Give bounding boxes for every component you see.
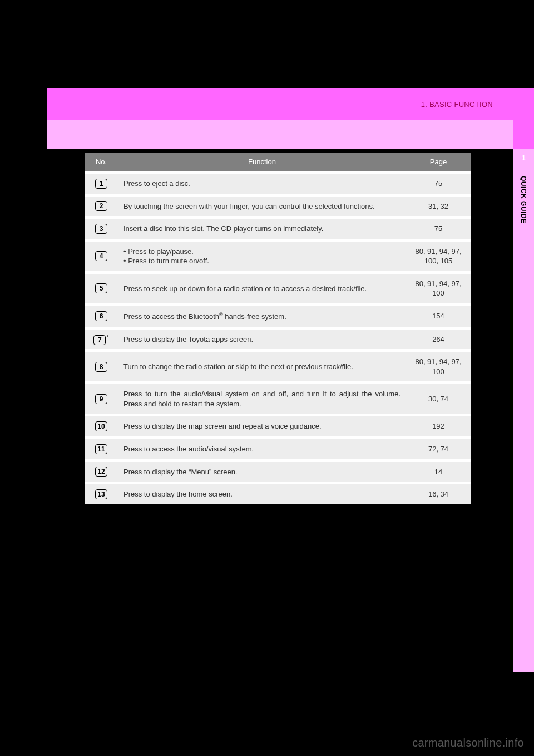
row-number-cell: 12 (85, 460, 118, 483)
row-function-cell: Press to access the Bluetooth® hands-fre… (118, 305, 406, 328)
function-text: hands-free system. (223, 312, 286, 321)
table-row: 12Press to display the “Menu” screen.14 (85, 460, 471, 483)
row-function-cell: By touching the screen with your finger,… (118, 195, 406, 218)
row-number-cell: 2 (85, 195, 118, 218)
row-page-cell: 75 (406, 218, 471, 240)
table-row: 3Insert a disc into this slot. The CD pl… (85, 218, 471, 240)
row-page-cell: 80, 91, 94, 97, 100, 105 (406, 240, 471, 272)
chapter-number: 1 (521, 154, 525, 162)
row-page-cell: 75 (406, 173, 471, 195)
table-row: 4Press to play/pause.Press to turn mute … (85, 240, 471, 272)
table-row: 2By touching the screen with your finger… (85, 195, 471, 218)
row-number-cell: 3 (85, 218, 118, 240)
row-function-cell: Press to play/pause.Press to turn mute o… (118, 240, 406, 272)
row-function-cell: Press to display the Toyota apps screen. (118, 328, 406, 351)
table-row: 6Press to access the Bluetooth® hands-fr… (85, 305, 471, 328)
table-row: 10Press to display the map screen and re… (85, 415, 471, 438)
row-page-cell: 16, 34 (406, 483, 471, 504)
table-row: 13Press to display the home screen.16, 3… (85, 483, 471, 504)
row-page-cell: 80, 91, 94, 97, 100 (406, 272, 471, 305)
page-wrap: 1. BASIC FUNCTION 1 QUICK GUIDE No. Func… (47, 88, 534, 672)
watermark: carmanualsonline.info (412, 737, 524, 749)
boxed-number-icon: 2 (95, 201, 107, 211)
row-number-cell: 6 (85, 305, 118, 328)
boxed-number-icon: 10 (95, 421, 107, 431)
sub-header-band (47, 120, 513, 149)
boxed-number-icon: 11 (95, 444, 107, 454)
row-number-cell: 4 (85, 240, 118, 272)
row-number-cell: 10 (85, 415, 118, 438)
header-band: 1. BASIC FUNCTION (47, 88, 513, 120)
row-page-cell: 192 (406, 415, 471, 438)
row-function-cell: Press to access the audio/visual system. (118, 438, 406, 460)
row-page-cell: 14 (406, 460, 471, 483)
table-row: 7*Press to display the Toyota apps scree… (85, 328, 471, 351)
footnote-star: * (106, 334, 108, 341)
row-number-cell: 5 (85, 272, 118, 305)
row-function-cell: Insert a disc into this slot. The CD pla… (118, 218, 406, 240)
table-row: 8Turn to change the radio station or ski… (85, 351, 471, 383)
boxed-number-icon: 3 (95, 224, 107, 234)
boxed-number-icon: 4 (95, 251, 107, 261)
row-function-cell: Turn to change the radio station or skip… (118, 351, 406, 383)
row-page-cell: 30, 74 (406, 383, 471, 415)
row-number-cell: 7* (85, 328, 118, 351)
row-function-cell: Press to turn the audio/visual system on… (118, 383, 406, 415)
col-header-page: Page (406, 153, 471, 173)
row-number-cell: 11 (85, 438, 118, 460)
function-table: No. Function Page 1Press to eject a disc… (85, 153, 471, 504)
table-row: 1Press to eject a disc.75 (85, 173, 471, 195)
row-function-cell: Press to display the map screen and repe… (118, 415, 406, 438)
row-page-cell: 154 (406, 305, 471, 328)
row-function-cell: Press to eject a disc. (118, 173, 406, 195)
row-function-cell: Press to display the “Menu” screen. (118, 460, 406, 483)
row-number-cell: 9 (85, 383, 118, 415)
row-number-cell: 1 (85, 173, 118, 195)
registered-icon: ® (219, 312, 223, 317)
bullet-item: Press to turn mute on/off. (123, 256, 400, 266)
breadcrumb: 1. BASIC FUNCTION (421, 100, 493, 109)
side-column: 1 QUICK GUIDE (513, 149, 534, 672)
row-function-cell: Press to seek up or down for a radio sta… (118, 272, 406, 305)
table-row: 5Press to seek up or down for a radio st… (85, 272, 471, 305)
row-page-cell: 264 (406, 328, 471, 351)
col-header-no: No. (85, 153, 118, 173)
col-header-function: Function (118, 153, 406, 173)
boxed-number-icon: 6 (95, 311, 107, 321)
row-number-cell: 8 (85, 351, 118, 383)
side-top-accent (513, 88, 534, 149)
bullet-item: Press to play/pause. (123, 247, 400, 257)
boxed-number-icon: 12 (95, 467, 107, 477)
side-label: QUICK GUIDE (520, 176, 527, 224)
boxed-number-icon: 5 (95, 283, 107, 293)
function-text: Press to access the Bluetooth (123, 312, 219, 321)
table-header-row: No. Function Page (85, 153, 471, 173)
boxed-number-icon: 1 (95, 179, 107, 189)
table-row: 11Press to access the audio/visual syste… (85, 438, 471, 460)
row-function-cell: Press to display the home screen. (118, 483, 406, 504)
row-page-cell: 72, 74 (406, 438, 471, 460)
row-page-cell: 31, 32 (406, 195, 471, 218)
boxed-number-icon: 7 (93, 335, 106, 345)
boxed-number-icon: 8 (95, 362, 107, 372)
boxed-number-icon: 9 (95, 394, 107, 404)
row-page-cell: 80, 91, 94, 97, 100 (406, 351, 471, 383)
table-row: 9Press to turn the audio/visual system o… (85, 383, 471, 415)
row-number-cell: 13 (85, 483, 118, 504)
boxed-number-icon: 13 (95, 489, 107, 499)
